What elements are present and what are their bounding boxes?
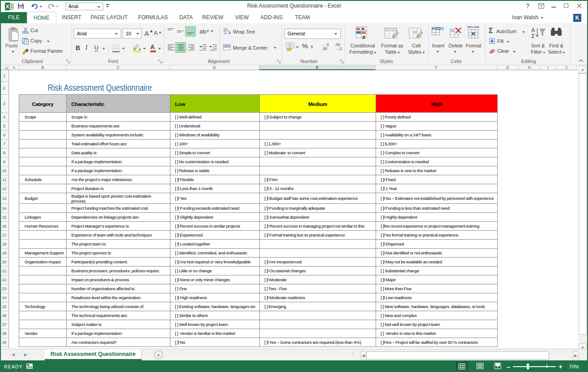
svg-text:≠: ≠ [362, 34, 365, 40]
svg-text:A: A [531, 27, 535, 34]
svg-text:ab: ab [199, 28, 206, 35]
svg-text:Z: Z [531, 33, 534, 39]
